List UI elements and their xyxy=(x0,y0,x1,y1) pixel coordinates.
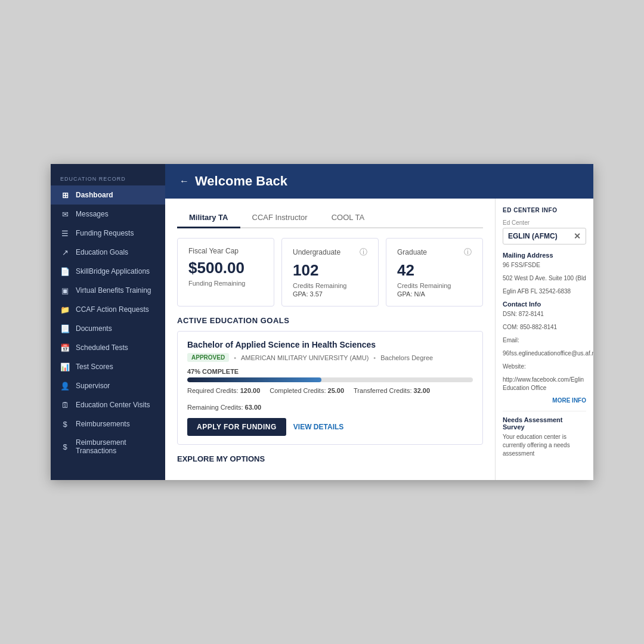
goal-card: Bachelor of Applied Science in Health Sc… xyxy=(177,331,483,445)
transferred-credits: Transferred Credits: 32.00 xyxy=(354,387,430,394)
sidebar: EDUCATION RECORD ⊞ Dashboard ✉ Messages … xyxy=(51,164,165,480)
main-panel: Military TA CCAF Instructor COOL TA Fisc… xyxy=(165,199,495,480)
sidebar-item-supervisor[interactable]: 👤 Supervisor xyxy=(51,376,165,395)
sidebar-label-documents: Documents xyxy=(76,324,112,333)
close-ed-center-button[interactable]: ✕ xyxy=(574,231,581,241)
more-info-link[interactable]: MORE INFO xyxy=(503,397,586,404)
progress-bar-fill xyxy=(187,377,321,382)
stat-card-graduate: Graduate ⓘ 42 Credits Remaining GPA: N/A xyxy=(386,238,483,306)
goal-meta: APPROVED • AMERICAN MILITARY UNIVERSITY … xyxy=(187,353,473,362)
ed-center-visits-icon: 🗓 xyxy=(60,400,70,410)
explore-section-title: EXPLORE MY OPTIONS xyxy=(177,454,483,463)
tab-ccaf-instructor[interactable]: CCAF Instructor xyxy=(240,208,320,228)
divider xyxy=(503,411,586,411)
goal-actions: APPLY FOR FUNDING VIEW DETAILS xyxy=(187,418,473,436)
undergraduate-info-icon[interactable]: ⓘ xyxy=(360,247,367,258)
undergraduate-value: 102 xyxy=(293,261,367,280)
undergraduate-gpa: GPA: 3.57 xyxy=(293,290,367,298)
fiscal-year-sub: Funding Remaining xyxy=(188,280,263,287)
progress-label: 47% COMPLETE xyxy=(187,368,473,375)
education-goals-icon: ↗ xyxy=(60,247,70,257)
sidebar-item-test-scores[interactable]: 📊 Test Scores xyxy=(51,357,165,376)
virtual-benefits-icon: ▣ xyxy=(60,286,70,295)
sidebar-item-documents[interactable]: 📃 Documents xyxy=(51,319,165,338)
graduate-sub: Credits Remaining xyxy=(397,282,472,289)
credits-row: Required Credits: 120.00 Completed Credi… xyxy=(187,387,473,411)
page-title: Welcome Back xyxy=(195,174,287,189)
sidebar-label-skillbridge: SkillBridge Applications xyxy=(76,267,150,275)
right-panel: ED CENTER INFO Ed Center EGLIN (AFMC) ✕ … xyxy=(495,199,593,480)
reimbursements-icon: $ xyxy=(60,419,70,429)
sidebar-item-scheduled-tests[interactable]: 📅 Scheduled Tests xyxy=(51,338,165,357)
graduate-info-icon[interactable]: ⓘ xyxy=(464,247,472,258)
skillbridge-icon: 📄 xyxy=(60,267,70,276)
sidebar-label-reimbursements: Reimbursements xyxy=(76,420,130,428)
sidebar-item-dashboard[interactable]: ⊞ Dashboard xyxy=(51,185,165,205)
ed-center-name-value: EGLIN (AFMC) xyxy=(508,232,558,240)
needs-assessment-text: Your education center is currently offer… xyxy=(503,433,586,458)
stat-card-undergraduate: Undergraduate ⓘ 102 Credits Remaining GP… xyxy=(281,238,379,306)
sidebar-item-funding-requests[interactable]: ☰ Funding Requests xyxy=(51,224,165,243)
email-value: 96fss.eglineducationoffice@us.af.mil xyxy=(503,349,586,358)
progress-bar-bg xyxy=(187,377,473,382)
ed-center-section-title: ED CENTER INFO xyxy=(503,207,586,213)
tab-military-ta[interactable]: Military TA xyxy=(177,208,240,228)
sidebar-label-ed-center-visits: Education Center Visits xyxy=(76,401,150,409)
test-scores-icon: 📊 xyxy=(60,362,70,371)
email-label: Email: xyxy=(503,336,586,345)
undergraduate-sub: Credits Remaining xyxy=(293,282,367,289)
apply-for-funding-button[interactable]: APPLY FOR FUNDING xyxy=(187,418,286,436)
stats-row: Fiscal Year Cap $500.00 Funding Remainin… xyxy=(177,238,483,306)
fiscal-year-value: $500.00 xyxy=(188,259,263,277)
sidebar-item-skillbridge[interactable]: 📄 SkillBridge Applications xyxy=(51,262,165,281)
main-content: ← Welcome Back Military TA CCAF Instruct… xyxy=(165,164,593,480)
website-label: Website: xyxy=(503,363,586,371)
scheduled-tests-icon: 📅 xyxy=(60,343,70,352)
goal-badge: APPROVED xyxy=(187,353,229,362)
supervisor-icon: 👤 xyxy=(60,381,70,391)
fiscal-year-title: Fiscal Year Cap xyxy=(188,247,239,255)
address-line3: Eglin AFB FL 32542-6838 xyxy=(503,287,586,296)
graduate-gpa: GPA: N/A xyxy=(397,290,472,298)
completed-credits: Completed Credits: 25.00 xyxy=(270,387,344,394)
website-value: http://www.facebook.com/Eglin Education … xyxy=(503,376,586,392)
mailing-address-title: Mailing Address xyxy=(503,252,586,259)
goal-university: AMERICAN MILITARY UNIVERSITY (AMU) xyxy=(241,354,369,361)
sidebar-label-messages: Messages xyxy=(76,210,109,218)
stat-card-fiscal-year: Fiscal Year Cap $500.00 Funding Remainin… xyxy=(177,238,274,306)
sidebar-label-education-goals: Education Goals xyxy=(76,248,128,256)
required-credits: Required Credits: 120.00 xyxy=(187,387,260,394)
sidebar-item-virtual-benefits[interactable]: ▣ Virtual Benefits Training xyxy=(51,281,165,300)
sidebar-item-ccaf-action[interactable]: 📁 CCAF Action Requests xyxy=(51,300,165,319)
sidebar-label-dashboard: Dashboard xyxy=(76,191,113,199)
view-details-button[interactable]: VIEW DETAILS xyxy=(293,418,343,436)
sidebar-item-messages[interactable]: ✉ Messages xyxy=(51,205,165,224)
dashboard-icon: ⊞ xyxy=(60,190,70,200)
goal-title: Bachelor of Applied Science in Health Sc… xyxy=(187,340,473,349)
back-button[interactable]: ← xyxy=(179,176,189,187)
sidebar-item-ed-center-visits[interactable]: 🗓 Education Center Visits xyxy=(51,395,165,414)
com: COM: 850-882-8141 xyxy=(503,323,586,332)
tab-cool-ta[interactable]: COOL TA xyxy=(320,208,376,228)
ed-center-label: Ed Center xyxy=(503,219,586,226)
graduate-title: Graduate xyxy=(397,248,427,256)
address-line1: 96 FSS/FSDE xyxy=(503,261,586,270)
header-bar: ← Welcome Back xyxy=(165,164,593,199)
messages-icon: ✉ xyxy=(60,209,70,219)
sidebar-label-reimbursement-transactions: Reimbursement Transactions xyxy=(76,438,156,455)
sidebar-item-reimbursements[interactable]: $ Reimbursements xyxy=(51,414,165,434)
reimbursement-transactions-icon: $ xyxy=(60,442,70,451)
documents-icon: 📃 xyxy=(60,324,70,333)
sidebar-label-virtual-benefits: Virtual Benefits Training xyxy=(76,286,151,295)
sidebar-label-funding-requests: Funding Requests xyxy=(76,229,134,237)
active-goals-section-title: ACTIVE EDUCATION GOALS xyxy=(177,316,483,325)
ed-center-name-field[interactable]: EGLIN (AFMC) ✕ xyxy=(503,228,586,244)
sidebar-item-reimbursement-transactions[interactable]: $ Reimbursement Transactions xyxy=(51,434,165,460)
address-line2: 502 West D Ave. Suite 100 (Bld xyxy=(503,274,586,283)
goal-degree: Bachelors Degree xyxy=(380,354,433,361)
graduate-gpa-value: N/A xyxy=(414,290,425,298)
sidebar-label-supervisor: Supervisor xyxy=(76,382,110,390)
graduate-value: 42 xyxy=(397,261,472,280)
undergraduate-gpa-value: 3.57 xyxy=(310,290,323,298)
sidebar-item-education-goals[interactable]: ↗ Education Goals xyxy=(51,243,165,262)
